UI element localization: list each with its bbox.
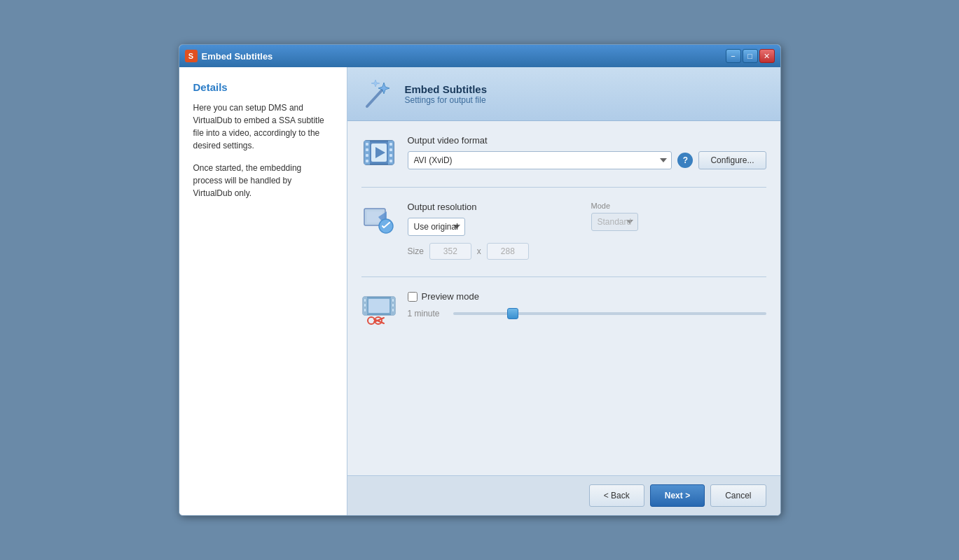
svg-rect-24 bbox=[364, 309, 366, 312]
svg-rect-9 bbox=[389, 143, 392, 146]
content-area: Details Here you can setup DMS and Virtu… bbox=[179, 67, 780, 515]
output-video-section: Output video format AVI (XviD) ? Configu… bbox=[361, 135, 766, 170]
resolution-dual-dropdowns: Output resolution Use original Mode Stan… bbox=[408, 202, 766, 236]
video-format-icon bbox=[361, 135, 396, 170]
svg-rect-12 bbox=[389, 160, 392, 162]
output-video-content: Output video format AVI (XviD) ? Configu… bbox=[408, 135, 766, 169]
svg-rect-22 bbox=[364, 299, 366, 302]
svg-rect-8 bbox=[366, 160, 368, 162]
svg-rect-26 bbox=[392, 304, 394, 307]
preview-content: Preview mode 1 minute bbox=[408, 291, 766, 318]
svg-rect-11 bbox=[389, 154, 392, 157]
svg-rect-25 bbox=[392, 299, 394, 302]
output-video-row: AVI (XviD) ? Configure... bbox=[408, 151, 766, 169]
output-video-dropdown[interactable]: AVI (XviD) bbox=[408, 151, 672, 169]
section-divider-1 bbox=[361, 187, 766, 188]
back-button[interactable]: < Back bbox=[589, 484, 644, 507]
window-title: Embed Subtitles bbox=[202, 51, 722, 62]
resolution-label: Output resolution bbox=[408, 202, 583, 212]
size-x-separator: x bbox=[477, 246, 481, 256]
output-video-label: Output video format bbox=[408, 135, 766, 146]
preview-checkbox-row: Preview mode bbox=[408, 291, 766, 302]
size-label: Size bbox=[408, 246, 424, 256]
preview-section: Preview mode 1 minute bbox=[361, 291, 766, 326]
panel-header-text: Embed Subtitles Settings for output file bbox=[405, 83, 488, 105]
panel-header: Embed Subtitles Settings for output file bbox=[347, 67, 780, 121]
output-resolution-section: Output resolution Use original Mode Stan… bbox=[361, 202, 766, 260]
wand-icon bbox=[361, 77, 395, 111]
close-button[interactable]: ✕ bbox=[759, 49, 775, 63]
details-paragraph2: Once started, the embedding process will… bbox=[193, 162, 333, 200]
svg-point-29 bbox=[368, 317, 375, 324]
resolution-dropdown[interactable]: Use original bbox=[408, 218, 465, 236]
preview-checkbox[interactable] bbox=[408, 292, 418, 302]
svg-rect-28 bbox=[368, 299, 389, 313]
cancel-button[interactable]: Cancel bbox=[710, 484, 766, 507]
help-button[interactable]: ? bbox=[677, 153, 693, 168]
preview-icon bbox=[361, 291, 396, 326]
maximize-button[interactable]: □ bbox=[743, 49, 758, 63]
panel-subtitle: Settings for output file bbox=[405, 95, 488, 105]
height-input[interactable] bbox=[487, 243, 529, 260]
right-panel: Embed Subtitles Settings for output file bbox=[347, 67, 780, 515]
duration-label: 1 minute bbox=[408, 309, 446, 318]
slider-container: 1 minute bbox=[408, 309, 766, 318]
output-resolution-content: Output resolution Use original Mode Stan… bbox=[408, 202, 766, 260]
window-controls: − □ ✕ bbox=[726, 49, 775, 63]
configure-button[interactable]: Configure... bbox=[698, 151, 766, 169]
resolution-group: Output resolution Use original bbox=[408, 202, 583, 236]
left-panel: Details Here you can setup DMS and Virtu… bbox=[179, 67, 347, 515]
minimize-button[interactable]: − bbox=[726, 49, 741, 63]
panel-body: Output video format AVI (XviD) ? Configu… bbox=[347, 121, 780, 475]
main-window: S Embed Subtitles − □ ✕ Details Here you… bbox=[179, 44, 781, 516]
section-divider-2 bbox=[361, 276, 766, 277]
mode-label: Mode bbox=[591, 202, 766, 210]
next-button[interactable]: Next > bbox=[650, 484, 705, 507]
svg-rect-5 bbox=[366, 143, 368, 146]
footer: < Back Next > Cancel bbox=[347, 475, 780, 515]
panel-title: Embed Subtitles bbox=[405, 83, 488, 95]
preview-label: Preview mode bbox=[422, 291, 479, 302]
details-paragraph1: Here you can setup DMS and VirtualDub to… bbox=[193, 102, 333, 152]
width-input[interactable] bbox=[429, 243, 471, 260]
resolution-icon bbox=[361, 202, 396, 237]
mode-group: Mode Standard bbox=[591, 202, 766, 231]
title-bar: S Embed Subtitles − □ ✕ bbox=[179, 45, 780, 67]
svg-rect-23 bbox=[364, 304, 366, 307]
details-heading: Details bbox=[193, 81, 333, 93]
svg-rect-7 bbox=[366, 154, 368, 157]
svg-rect-6 bbox=[366, 148, 368, 151]
svg-rect-10 bbox=[389, 148, 392, 151]
svg-line-0 bbox=[367, 90, 382, 106]
duration-slider[interactable] bbox=[453, 312, 766, 315]
mode-dropdown[interactable]: Standard bbox=[591, 213, 638, 231]
app-icon: S bbox=[185, 50, 198, 62]
size-row: Size x bbox=[408, 243, 766, 260]
svg-rect-27 bbox=[392, 309, 394, 312]
